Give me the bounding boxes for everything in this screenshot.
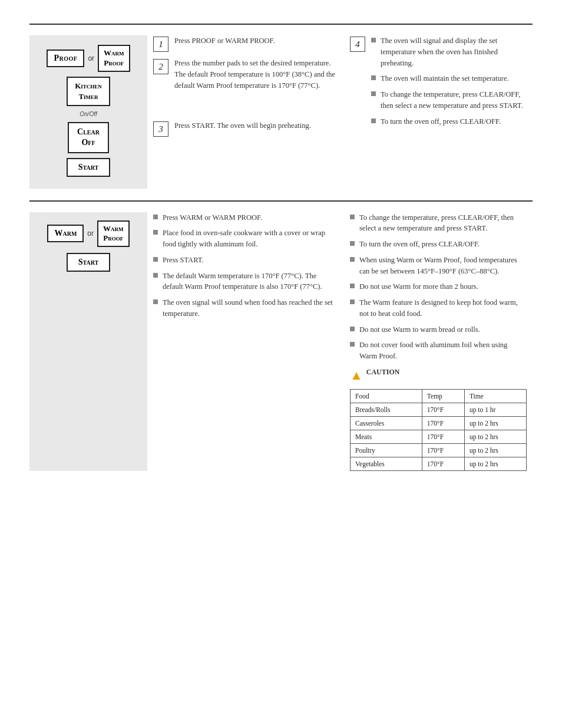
clear-off-line2: Off <box>81 138 95 147</box>
bullet-square-4-2 <box>371 75 376 80</box>
proof-button[interactable]: Proof <box>47 50 84 67</box>
bullet-text-4-1: The oven will signal and display the set… <box>381 35 527 68</box>
bullet-text-l5: The oven signal will sound when food has… <box>163 297 338 319</box>
table-cell: Poultry <box>351 443 422 457</box>
clear-off-line1: Clear <box>77 127 100 136</box>
start-button-1[interactable]: Start <box>67 158 110 177</box>
table-cell: 170°F <box>422 443 464 457</box>
table-cell: 170°F <box>422 403 464 416</box>
step-1-text: Press PROOF or WARM PROOF. <box>174 35 338 47</box>
section-2-inner: Warm or Warm Proof Start Press WARM or W <box>29 212 533 471</box>
table-cell: Meats <box>351 430 422 443</box>
bullet-4-1: The oven will signal and display the set… <box>371 35 527 68</box>
bullet-sq-l3 <box>153 257 158 262</box>
table-header-time: Time <box>464 389 526 403</box>
bullet-left-4: The default Warm temperature is 170°F (7… <box>153 271 338 293</box>
step-2-number: 2 <box>153 59 168 74</box>
warning-text: CAUTION <box>366 368 400 377</box>
bullet-4-2: The oven will maintain the set temperatu… <box>371 73 527 84</box>
table-row: Poultry170°Fup to 2 hrs <box>351 443 527 457</box>
bullet-r3: When using Warm or Warm Proof, food temp… <box>350 255 527 277</box>
bullet-r5: The Warm feature is designed to keep hot… <box>350 297 527 319</box>
warning-row: ▲ CAUTION <box>350 368 527 383</box>
top-divider <box>29 24 533 25</box>
bullet-left-5: The oven signal will sound when food has… <box>153 297 338 319</box>
or-label-1: or <box>88 54 94 62</box>
bullet-r2: To turn the oven off, press CLEAR/OFF. <box>350 239 527 250</box>
step-4-block: 4 The oven will signal and display the s… <box>350 35 527 131</box>
step-1-number: 1 <box>153 37 168 52</box>
table-cell: 170°F <box>422 457 464 470</box>
bullet-sq-r3 <box>350 257 355 262</box>
bullet-text-r2: To turn the oven off, press CLEAR/OFF. <box>359 239 480 250</box>
bullet-4-4: To turn the oven off, press CLEAR/OFF. <box>371 116 527 127</box>
bullets-right-top: To change the temperature, press CLEAR/O… <box>350 212 527 362</box>
bullet-text-r7: Do not cover food with aluminum foil whe… <box>359 340 527 362</box>
table-cell: Casseroles <box>351 416 422 430</box>
bullet-sq-r4 <box>350 284 355 288</box>
step-4-column: 4 The oven will signal and display the s… <box>344 35 533 189</box>
table-row: Breads/Rolls170°Fup to 1 hr <box>351 403 527 416</box>
table-cell: 170°F <box>422 430 464 443</box>
middle-col-2: Press WARM or WARM PROOF. Place food in … <box>147 212 344 471</box>
bullet-text-r6: Do not use Warm to warm bread or rolls. <box>359 324 480 335</box>
clear-off-row: Clear Off <box>68 122 109 153</box>
table-row: Vegetables170°Fup to 2 hrs <box>351 457 527 470</box>
on-off-row: On/Off <box>80 111 97 117</box>
bullet-4-3: To change the temperature, press CLEAR/O… <box>371 89 527 111</box>
bullet-text-l3: Press START. <box>163 255 204 266</box>
bullet-text-r5: The Warm feature is designed to keep hot… <box>359 297 527 319</box>
step-2-block: 2 Press the number pads to set the desir… <box>153 58 338 91</box>
section-1: Proof or Warm Proof Kitchen Timer On/Off… <box>29 35 533 189</box>
bullet-text-r3: When using Warm or Warm Proof, food temp… <box>359 255 527 277</box>
kitchen-timer-button[interactable]: Kitchen Timer <box>67 77 110 106</box>
bullet-r7: Do not cover food with aluminum foil whe… <box>350 340 527 362</box>
steps-column-1: 1 Press PROOF or WARM PROOF. 2 Press the… <box>147 35 344 189</box>
warm-button[interactable]: Warm <box>47 225 84 242</box>
table-cell: 170°F <box>422 416 464 430</box>
bullet-r1: To change the temperature, press CLEAR/O… <box>350 212 527 235</box>
warm-proof-2-line2: Proof <box>103 233 123 242</box>
table-body: Breads/Rolls170°Fup to 1 hrCasseroles170… <box>351 403 527 470</box>
control-panel-1: Proof or Warm Proof Kitchen Timer On/Off… <box>29 35 147 189</box>
table-cell: up to 2 hrs <box>464 430 526 443</box>
table-row: Meats170°Fup to 2 hrs <box>351 430 527 443</box>
bullet-text-l1: Press WARM or WARM PROOF. <box>163 212 262 223</box>
step-3-number: 3 <box>153 121 168 137</box>
table-header-temp: Temp <box>422 389 464 403</box>
table-row: Casseroles170°Fup to 2 hrs <box>351 416 527 430</box>
table-cell: Vegetables <box>351 457 422 470</box>
bullet-text-4-4: To turn the oven off, press CLEAR/OFF. <box>381 116 501 127</box>
bullet-sq-r5 <box>350 299 355 304</box>
section-2: Warm or Warm Proof Start Press WARM or W <box>29 212 533 471</box>
bullet-sq-r7 <box>350 342 355 347</box>
bullets-left: Press WARM or WARM PROOF. Place food in … <box>153 212 338 319</box>
bullet-square-4-4 <box>371 118 376 123</box>
on-off-label: On/Off <box>80 111 97 117</box>
page: Proof or Warm Proof Kitchen Timer On/Off… <box>0 0 562 495</box>
warm-proof-2-line1: Warm <box>103 224 124 233</box>
warm-proof-button-2[interactable]: Warm Proof <box>97 220 130 248</box>
start-row-1: Start <box>67 158 110 177</box>
right-col-2: To change the temperature, press CLEAR/O… <box>344 212 533 471</box>
table-cell: up to 2 hrs <box>464 457 526 470</box>
bullet-text-l2: Place food in oven-safe cookware with a … <box>163 228 338 250</box>
bullet-sq-l2 <box>153 230 158 235</box>
bullet-text-r1: To change the temperature, press CLEAR/O… <box>359 212 527 235</box>
bullet-square-4-1 <box>371 38 376 42</box>
start-button-2[interactable]: Start <box>67 253 110 272</box>
bullet-left-2: Place food in oven-safe cookware with a … <box>153 228 338 250</box>
warm-proof-line2: Proof <box>104 58 124 67</box>
warm-row: Warm or Warm Proof <box>47 220 129 248</box>
bullet-r4: Do not use Warm for more than 2 hours. <box>350 281 527 292</box>
table-header-row: Food Temp Time <box>351 389 527 403</box>
warm-proof-line1: Warm <box>104 48 124 57</box>
bullet-square-4-3 <box>371 91 376 96</box>
bullet-sq-l4 <box>153 273 158 278</box>
clear-off-button[interactable]: Clear Off <box>68 122 109 153</box>
bullet-text-4-3: To change the temperature, press CLEAR/O… <box>381 89 527 111</box>
warm-proof-button-1[interactable]: Warm Proof <box>98 45 130 72</box>
table-cell: up to 2 hrs <box>464 443 526 457</box>
step-4-bullets: The oven will signal and display the set… <box>371 35 527 131</box>
bullet-left-3: Press START. <box>153 255 338 266</box>
